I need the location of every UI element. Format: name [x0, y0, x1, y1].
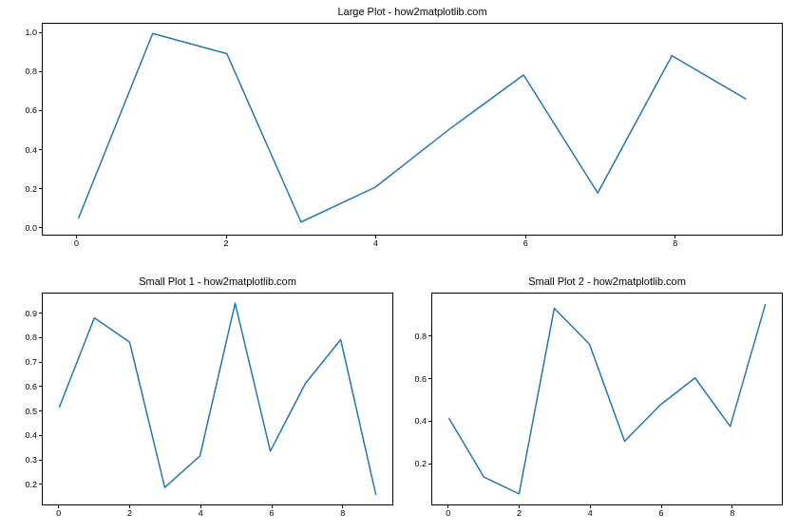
- line-series: [43, 24, 782, 235]
- y-tick-label: 0.2: [414, 459, 432, 468]
- plot-title: Small Plot 2 - how2matplotlib.com: [431, 276, 783, 287]
- x-tick-label: 8: [673, 235, 677, 248]
- x-tick-label: 8: [730, 504, 734, 518]
- plot-area: 0.20.40.60.802468: [431, 293, 783, 505]
- large-plot: Large Plot - how2matplotlib.com 0.00.20.…: [42, 23, 783, 236]
- y-tick-label: 0.6: [25, 382, 43, 391]
- x-tick-label: 4: [588, 504, 593, 518]
- y-tick-label: 0.0: [25, 223, 43, 233]
- y-tick-label: 0.4: [25, 430, 43, 440]
- small-plot-1: Small Plot 1 - how2matplotlib.com 0.20.3…: [42, 293, 393, 505]
- x-tick-label: 6: [523, 235, 528, 248]
- y-tick-label: 0.2: [25, 480, 43, 489]
- y-tick-label: 1.0: [25, 28, 43, 37]
- line-series: [43, 294, 392, 504]
- y-tick-label: 0.4: [414, 416, 432, 426]
- x-tick-label: 4: [373, 235, 378, 248]
- x-tick-label: 2: [127, 504, 132, 518]
- y-tick-label: 0.3: [25, 455, 43, 465]
- y-tick-label: 0.4: [25, 145, 43, 155]
- x-tick-label: 6: [270, 504, 275, 518]
- x-tick-label: 0: [56, 504, 61, 518]
- x-tick-label: 0: [446, 504, 450, 518]
- y-tick-label: 0.7: [25, 357, 43, 367]
- figure: Large Plot - how2matplotlib.com 0.00.20.…: [0, 0, 798, 532]
- small-plot-2: Small Plot 2 - how2matplotlib.com 0.20.4…: [431, 293, 783, 505]
- x-tick-label: 4: [199, 504, 203, 518]
- x-tick-label: 0: [74, 235, 79, 248]
- y-tick-label: 0.6: [25, 105, 43, 115]
- y-tick-label: 0.8: [414, 332, 432, 341]
- plot-title: Large Plot - how2matplotlib.com: [42, 6, 783, 17]
- plot-area: 0.00.20.40.60.81.002468: [42, 23, 783, 236]
- y-tick-label: 0.5: [25, 407, 43, 416]
- y-tick-label: 0.2: [25, 184, 43, 194]
- x-tick-label: 2: [224, 235, 229, 248]
- y-tick-label: 0.9: [25, 309, 43, 318]
- y-tick-label: 0.8: [25, 66, 43, 76]
- line-series: [432, 294, 782, 504]
- x-tick-label: 8: [340, 504, 345, 518]
- plot-area: 0.20.30.40.50.60.70.80.902468: [42, 293, 393, 505]
- plot-title: Small Plot 1 - how2matplotlib.com: [42, 276, 393, 287]
- y-tick-label: 0.6: [414, 374, 432, 384]
- x-tick-label: 2: [517, 504, 522, 518]
- y-tick-label: 0.8: [25, 332, 43, 342]
- x-tick-label: 6: [659, 504, 664, 518]
